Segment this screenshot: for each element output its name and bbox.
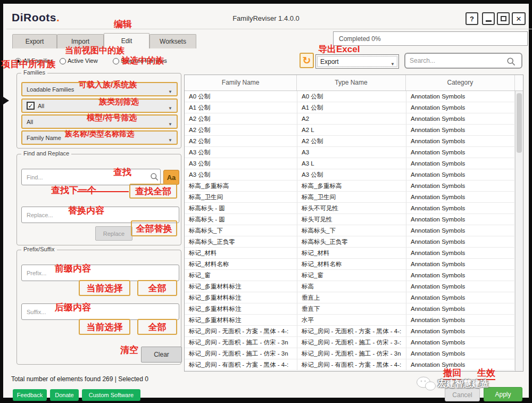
annotation-edit-tab: 编辑 [114, 19, 132, 30]
annotation-overlay: 编辑 当前视图中的族 项目中所有族 被选中的族 导出Excel 可载入族/系统族… [0, 0, 532, 403]
wechat-watermark: 宏建智慧建造 [415, 375, 489, 392]
annotation-clear: 清空 [120, 345, 138, 356]
annotation-prefix-current: 当前选择 [79, 280, 130, 296]
screenshot-frame: DiRoots. FamilyReviser 1.4.0.0 ? ✕ Expor… [0, 0, 532, 403]
annotation-suffix-current: 当前选择 [79, 319, 130, 335]
annotation-find-all: 查找全部 [129, 184, 177, 199]
annotation-type-filter: 模型/符号筛选 [87, 113, 137, 122]
watermark-brand: 宏建智慧建造 [438, 379, 489, 390]
annotation-all-families: 项目中所有族 [1, 59, 55, 70]
annotation-suffix-all: 全部 [137, 319, 177, 335]
annotation-prefix-content: 前缀内容 [55, 264, 91, 274]
annotation-loadable: 可载入族/系统族 [79, 80, 137, 89]
annotation-active-view: 当前视图中的族 [65, 45, 124, 55]
annotation-selected-families: 被选中的族 [121, 55, 164, 65]
annotation-strike-line [77, 191, 129, 192]
annotation-prefix-all: 全部 [137, 280, 177, 296]
annotation-suffix-content: 后缀内容 [55, 302, 91, 313]
annotation-name-filter: 族名称/类型名称筛选 [65, 129, 134, 138]
wechat-icon [415, 375, 437, 392]
annotation-replace-content: 替换内容 [68, 205, 104, 216]
annotation-replace-all: 全部替换 [131, 220, 177, 236]
annotation-category-filter: 族类别筛选 [99, 97, 139, 106]
annotation-export-excel: 导出Excel [318, 44, 360, 55]
pointer-triangle-marker [2, 96, 9, 105]
annotation-find: 查找 [113, 167, 131, 178]
